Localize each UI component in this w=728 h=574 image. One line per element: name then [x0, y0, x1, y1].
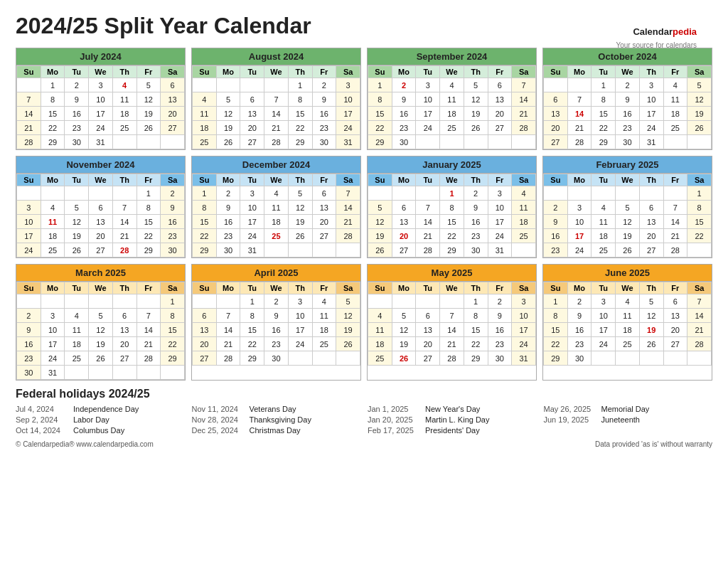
day-cell-22: 22 [592, 121, 616, 135]
empty-cell [687, 351, 712, 366]
day-cell-21: 21 [136, 337, 161, 351]
day-cell-8: 8 [440, 201, 464, 215]
day-cell-3: 3 [567, 201, 592, 215]
day-cell-3: 3 [41, 309, 65, 323]
day-cell-2: 2 [544, 201, 568, 215]
day-cell-31: 31 [512, 351, 536, 366]
empty-cell [616, 186, 640, 201]
day-cell-29: 29 [161, 351, 185, 366]
month-header-1: August 2024 [192, 48, 360, 65]
day-cell-5: 5 [288, 186, 312, 201]
day-cell-14: 14 [336, 201, 360, 215]
empty-cell [89, 186, 113, 201]
col-header-su: Su [544, 282, 568, 294]
day-cell-21: 21 [567, 121, 592, 135]
holiday-name: Memorial Day [601, 405, 650, 413]
holiday-item: Jan 20, 2025Martin L. King Day [368, 415, 537, 424]
empty-cell [216, 78, 240, 92]
day-cell-11: 11 [368, 323, 392, 337]
day-cell-24: 24 [416, 121, 440, 135]
day-cell-27: 27 [161, 121, 185, 135]
day-cell-28: 28 [567, 135, 592, 149]
col-header-fr: Fr [312, 174, 336, 186]
day-cell-15: 15 [368, 107, 392, 121]
empty-cell [17, 294, 41, 309]
day-cell-31: 31 [89, 135, 113, 149]
day-cell-30: 30 [312, 135, 336, 149]
day-cell-15: 15 [592, 107, 616, 121]
month-header-11: June 2025 [543, 265, 712, 282]
day-cell-8: 8 [368, 92, 392, 107]
day-cell-17: 17 [336, 107, 360, 121]
holiday-item: May 26, 2025Memorial Day [544, 405, 713, 413]
day-cell-20: 20 [193, 337, 217, 351]
col-header-tu: Tu [240, 174, 264, 186]
day-cell-12: 12 [136, 92, 161, 107]
day-cell-25: 25 [592, 243, 616, 257]
empty-cell [288, 351, 312, 366]
month-header-4: November 2024 [16, 156, 185, 174]
day-cell-17: 17 [288, 323, 312, 337]
empty-cell [112, 294, 136, 309]
empty-cell [416, 294, 440, 309]
day-cell-21: 21 [264, 121, 289, 135]
holiday-item: Dec 25, 2024Christmas Day [192, 426, 361, 435]
holiday-col-2: Jan 1, 2025New Year's DayJan 20, 2025Mar… [368, 405, 537, 435]
day-cell-10: 10 [336, 92, 360, 107]
day-cell-16: 16 [264, 323, 289, 337]
day-cell-28: 28 [136, 351, 161, 366]
day-cell-18: 18 [663, 107, 687, 121]
day-cell-1: 1 [41, 78, 65, 92]
holiday-date: Dec 25, 2024 [192, 426, 245, 435]
day-cell-16: 16 [17, 337, 41, 351]
day-cell-28: 28 [336, 229, 360, 243]
col-header-su: Su [193, 282, 217, 294]
holiday-item: Jan 1, 2025New Year's Day [368, 405, 537, 413]
day-cell-19: 19 [136, 107, 161, 121]
day-cell-10: 10 [89, 92, 113, 107]
month-header-0: July 2024 [16, 48, 185, 65]
col-header-fr: Fr [663, 66, 687, 78]
day-cell-2: 2 [264, 294, 289, 309]
month-calendar-5: December 2024SuMoTuWeThFrSa1234567891011… [191, 156, 361, 258]
day-cell-11: 11 [663, 92, 687, 107]
empty-cell [112, 366, 136, 380]
col-header-su: Su [544, 174, 568, 186]
day-cell-9: 9 [216, 201, 240, 215]
holiday-name: Veterans Day [250, 405, 296, 413]
day-cell-23: 23 [161, 229, 185, 243]
day-cell-21: 21 [416, 229, 440, 243]
day-cell-30: 30 [616, 135, 640, 149]
day-cell-29: 29 [368, 135, 392, 149]
day-cell-10: 10 [240, 201, 264, 215]
day-cell-14: 14 [112, 215, 136, 229]
col-header-tu: Tu [416, 282, 440, 294]
col-header-we: We [440, 174, 464, 186]
day-cell-25: 25 [264, 229, 289, 243]
col-header-mo: Mo [392, 66, 416, 78]
day-cell-29: 29 [544, 351, 568, 366]
day-cell-12: 12 [216, 107, 240, 121]
day-cell-15: 15 [544, 323, 568, 337]
day-cell-23: 23 [616, 121, 640, 135]
day-cell-13: 13 [488, 92, 512, 107]
col-header-sa: Sa [512, 282, 536, 294]
day-cell-11: 11 [65, 323, 89, 337]
day-cell-30: 30 [17, 366, 41, 380]
day-cell-28: 28 [416, 243, 440, 257]
day-cell-9: 9 [17, 323, 41, 337]
holiday-date: Oct 14, 2024 [16, 426, 69, 435]
day-cell-29: 29 [41, 135, 65, 149]
holiday-date: Nov 11, 2024 [192, 405, 245, 413]
month-header-9: April 2025 [192, 265, 360, 282]
day-cell-10: 10 [639, 92, 663, 107]
day-cell-18: 18 [264, 215, 289, 229]
day-cell-25: 25 [312, 337, 336, 351]
day-cell-15: 15 [464, 323, 488, 337]
empty-cell [264, 243, 289, 257]
day-cell-5: 5 [368, 201, 392, 215]
day-cell-30: 30 [161, 243, 185, 257]
day-cell-24: 24 [592, 337, 616, 351]
day-cell-27: 27 [312, 229, 336, 243]
col-header-we: We [264, 282, 289, 294]
